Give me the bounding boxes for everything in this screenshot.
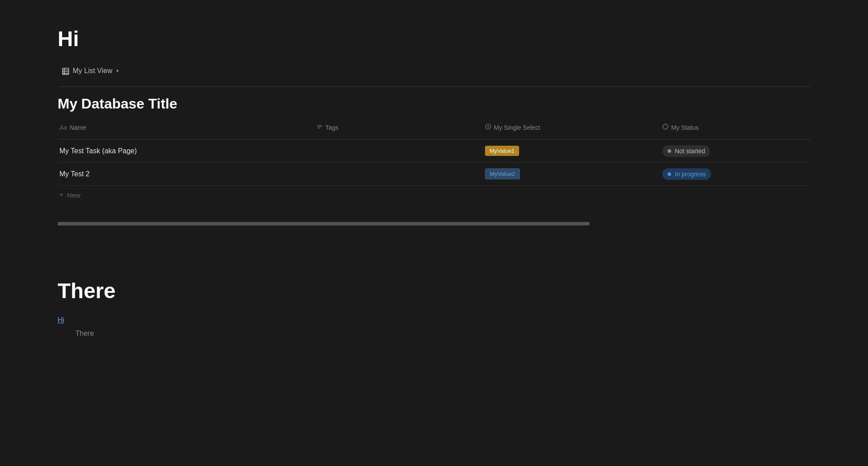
database-title: My Database Title <box>58 96 810 112</box>
page-title: Hi <box>58 27 810 51</box>
view-label: My List View <box>73 67 113 75</box>
database-table: Aa Name Tags <box>58 119 810 204</box>
horizontal-scrollbar-thumb[interactable] <box>58 222 590 225</box>
row2-status-cell: In progress <box>661 164 810 184</box>
new-row-button[interactable]: + New <box>58 186 810 204</box>
table-row[interactable]: My Test 2 MyValue2 In progress <box>58 163 810 186</box>
horizontal-scrollbar-track[interactable] <box>58 222 590 225</box>
row2-status-badge[interactable]: In progress <box>662 168 711 180</box>
tags-col-icon <box>317 124 323 131</box>
plus-icon: + <box>59 191 63 199</box>
row1-status-label: Not started <box>675 148 705 155</box>
column-header-name: Aa Name <box>58 120 315 136</box>
name-col-label: Name <box>70 124 86 131</box>
row1-status-cell: Not started <box>661 141 810 161</box>
column-header-tags: Tags <box>315 119 483 136</box>
single-select-col-label: My Single Select <box>494 124 540 131</box>
single-select-col-icon <box>485 124 491 131</box>
second-page-title: There <box>58 279 810 303</box>
column-header-single-select: My Single Select <box>483 119 661 136</box>
hi-link[interactable]: Hi <box>58 316 810 324</box>
page-content: Hi My List View ▾ My Database Title Aa N… <box>0 0 868 225</box>
table-row[interactable]: My Test Task (aka Page) MyValue1 Not sta… <box>58 140 810 163</box>
row1-status-badge[interactable]: Not started <box>662 145 710 157</box>
chevron-down-icon: ▾ <box>116 68 119 74</box>
row2-name: My Test 2 <box>59 170 90 178</box>
status-dot-in-progress <box>668 172 671 176</box>
table-header: Aa Name Tags <box>58 119 810 140</box>
svg-point-9 <box>487 126 489 128</box>
tags-col-label: Tags <box>325 124 339 131</box>
name-col-icon: Aa <box>59 124 67 131</box>
column-header-status: My Status <box>661 119 810 136</box>
row2-single-select-badge[interactable]: MyValue2 <box>485 168 520 179</box>
sub-linked-text: There <box>58 330 810 338</box>
view-selector[interactable]: My List View ▾ <box>58 64 810 78</box>
row1-tags-cell <box>315 147 483 155</box>
row2-name-cell: My Test 2 <box>58 166 315 183</box>
row1-name: My Test Task (aka Page) <box>59 147 137 155</box>
status-col-label: My Status <box>671 124 699 131</box>
table-view-icon <box>62 67 69 75</box>
row2-single-select-cell: MyValue2 <box>483 164 661 184</box>
status-col-icon <box>662 124 669 131</box>
second-section: There Hi There <box>0 252 868 338</box>
header-divider <box>58 86 810 87</box>
row2-tags-cell <box>315 170 483 179</box>
new-row-label: New <box>67 191 80 199</box>
row2-status-label: In progress <box>675 171 706 178</box>
status-dot-not-started <box>668 149 671 153</box>
row1-single-select-cell: MyValue1 <box>483 141 661 160</box>
row1-name-cell: My Test Task (aka Page) <box>58 143 315 159</box>
row1-single-select-badge[interactable]: MyValue1 <box>485 146 519 156</box>
